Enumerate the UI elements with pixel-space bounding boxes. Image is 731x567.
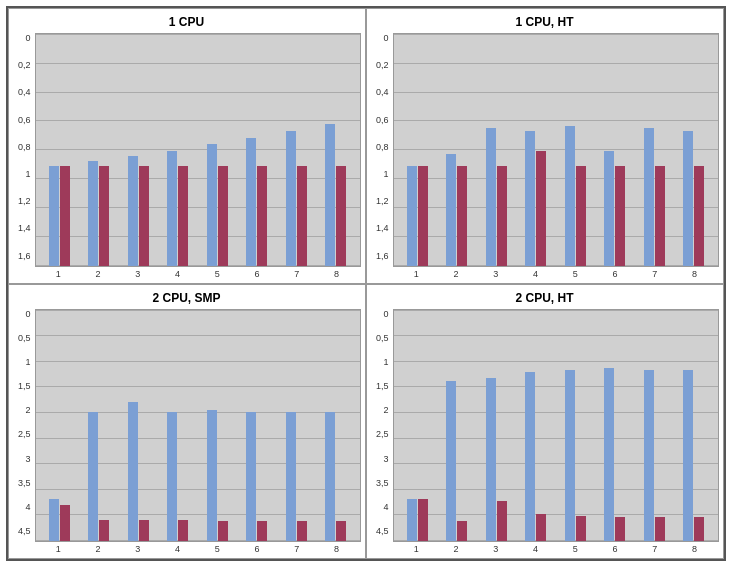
bar-red bbox=[257, 521, 267, 541]
bar-blue bbox=[604, 368, 614, 541]
y-axis: 1,61,41,210,80,60,40,20 bbox=[13, 33, 35, 279]
bar-blue bbox=[565, 126, 575, 266]
bars-area bbox=[35, 33, 361, 267]
chart-title: 1 CPU, HT bbox=[515, 15, 573, 29]
bar-red bbox=[576, 166, 586, 266]
bar-red bbox=[497, 166, 507, 266]
bar-group bbox=[644, 128, 665, 266]
bar-group bbox=[325, 412, 346, 541]
bar-group bbox=[604, 368, 625, 541]
bar-red bbox=[418, 166, 428, 266]
bar-red bbox=[655, 166, 665, 266]
bar-group bbox=[128, 402, 149, 541]
bar-blue bbox=[644, 370, 654, 541]
bar-blue bbox=[446, 381, 456, 541]
bar-group bbox=[207, 410, 228, 541]
bar-red bbox=[178, 520, 188, 541]
bar-red bbox=[336, 166, 346, 266]
bar-red bbox=[99, 166, 109, 266]
bar-group bbox=[325, 124, 346, 266]
x-axis: 12345678 bbox=[393, 542, 719, 554]
bar-blue bbox=[286, 131, 296, 266]
bars-area bbox=[35, 309, 361, 543]
bar-red bbox=[615, 166, 625, 266]
x-axis: 12345678 bbox=[35, 267, 361, 279]
bar-blue bbox=[167, 412, 177, 541]
bar-blue bbox=[486, 128, 496, 266]
bar-blue bbox=[565, 370, 575, 541]
bar-blue bbox=[246, 412, 256, 541]
bar-group bbox=[88, 412, 109, 541]
bar-blue bbox=[486, 378, 496, 541]
bar-red bbox=[218, 166, 228, 266]
x-axis: 12345678 bbox=[35, 542, 361, 554]
bar-blue bbox=[683, 131, 693, 266]
bar-group bbox=[683, 370, 704, 541]
chart-chart-1cpu: 1 CPU1,61,41,210,80,60,40,2012345678 bbox=[8, 8, 366, 284]
bar-blue bbox=[604, 151, 614, 266]
y-axis: 4,543,532,521,510,50 bbox=[371, 309, 393, 555]
bar-red bbox=[536, 151, 546, 266]
bar-red bbox=[536, 514, 546, 541]
main-grid: 1 CPU1,61,41,210,80,60,40,20123456781 CP… bbox=[6, 6, 726, 561]
bar-blue bbox=[644, 128, 654, 266]
bar-red bbox=[257, 166, 267, 266]
bar-red bbox=[418, 499, 428, 541]
bars-area bbox=[393, 309, 719, 543]
bar-group bbox=[644, 370, 665, 541]
bar-red bbox=[336, 521, 346, 541]
bar-group bbox=[286, 131, 307, 266]
bar-blue bbox=[207, 410, 217, 541]
bar-red bbox=[457, 166, 467, 266]
bar-blue bbox=[286, 412, 296, 541]
bar-group bbox=[167, 151, 188, 266]
bar-red bbox=[655, 517, 665, 541]
bar-blue bbox=[246, 138, 256, 266]
chart-chart-2cpu-smp: 2 CPU, SMP4,543,532,521,510,5012345678 bbox=[8, 284, 366, 560]
bar-group bbox=[167, 412, 188, 541]
bar-group bbox=[525, 131, 546, 266]
bar-blue bbox=[407, 499, 417, 541]
bar-blue bbox=[683, 370, 693, 541]
bar-blue bbox=[207, 144, 217, 266]
bar-red bbox=[497, 501, 507, 541]
bar-group bbox=[446, 381, 467, 541]
bar-blue bbox=[49, 166, 59, 266]
bars-area bbox=[393, 33, 719, 267]
bar-group bbox=[207, 144, 228, 266]
bar-group bbox=[246, 412, 267, 541]
bar-group bbox=[49, 499, 70, 541]
bar-blue bbox=[128, 402, 138, 541]
bar-group bbox=[565, 370, 586, 541]
bar-red bbox=[99, 520, 109, 541]
bar-group bbox=[604, 151, 625, 266]
bar-red bbox=[218, 521, 228, 541]
bar-group bbox=[286, 412, 307, 541]
bar-blue bbox=[325, 124, 335, 266]
bar-red bbox=[60, 166, 70, 266]
chart-title: 2 CPU, SMP bbox=[152, 291, 220, 305]
bar-blue bbox=[88, 412, 98, 541]
chart-chart-2cpu-ht: 2 CPU, HT4,543,532,521,510,5012345678 bbox=[366, 284, 724, 560]
bar-red bbox=[297, 521, 307, 541]
bar-red bbox=[457, 521, 467, 541]
bar-red bbox=[694, 517, 704, 541]
bar-red bbox=[60, 505, 70, 541]
bar-blue bbox=[325, 412, 335, 541]
bar-group bbox=[49, 166, 70, 266]
bar-red bbox=[694, 166, 704, 266]
bar-red bbox=[576, 516, 586, 541]
bar-group bbox=[486, 128, 507, 266]
bar-blue bbox=[49, 499, 59, 541]
bar-blue bbox=[525, 372, 535, 541]
bar-red bbox=[139, 166, 149, 266]
y-axis: 1,61,41,210,80,60,40,20 bbox=[371, 33, 393, 279]
bar-group bbox=[683, 131, 704, 266]
chart-chart-1cpu-ht: 1 CPU, HT1,61,41,210,80,60,40,2012345678 bbox=[366, 8, 724, 284]
x-axis: 12345678 bbox=[393, 267, 719, 279]
bar-group bbox=[446, 154, 467, 266]
bar-group bbox=[407, 499, 428, 541]
chart-title: 1 CPU bbox=[169, 15, 204, 29]
bar-group bbox=[407, 166, 428, 266]
bar-blue bbox=[525, 131, 535, 266]
